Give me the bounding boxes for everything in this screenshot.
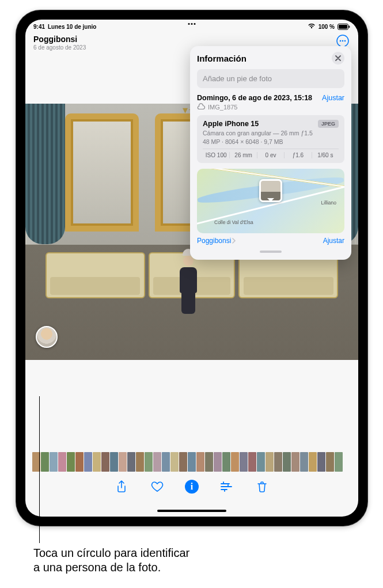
exif-focal: 26 mm — [230, 152, 257, 158]
filmstrip-thumb[interactable] — [145, 452, 153, 472]
filmstrip-thumb[interactable] — [179, 452, 187, 472]
popover-title: Información — [197, 54, 247, 63]
callout-leader-line — [39, 396, 40, 543]
filename: IMG_1875 — [208, 104, 237, 111]
caption-input[interactable]: Añade un pie de foto — [197, 69, 344, 88]
wifi-icon — [308, 23, 316, 30]
filmstrip-thumb[interactable] — [205, 452, 213, 472]
filmstrip-thumb[interactable] — [231, 452, 239, 472]
filmstrip-thumb[interactable] — [335, 452, 343, 472]
filmstrip-thumb[interactable] — [196, 452, 204, 472]
filmstrip[interactable] — [25, 452, 358, 472]
status-right: 100 % — [308, 23, 350, 30]
filmstrip-thumb[interactable] — [136, 452, 144, 472]
share-button[interactable] — [113, 479, 130, 495]
info-button[interactable]: i — [185, 480, 199, 494]
filmstrip-thumb[interactable] — [162, 452, 170, 472]
filmstrip-thumb[interactable] — [93, 452, 101, 472]
filmstrip-thumb[interactable] — [188, 452, 196, 472]
location-title: Poggibonsi — [33, 35, 350, 44]
status-ellipsis-icon — [188, 23, 196, 25]
map-photo-pin[interactable] — [259, 179, 282, 202]
delete-button[interactable] — [254, 479, 270, 495]
filmstrip-thumb[interactable] — [222, 452, 230, 472]
lens-info: Cámara con gran angular — 26 mm ƒ1.5 — [203, 130, 339, 136]
filmstrip-thumb[interactable] — [110, 452, 118, 472]
filmstrip-thumb[interactable] — [50, 452, 58, 472]
filmstrip-thumb[interactable] — [326, 452, 334, 472]
filmstrip-thumb[interactable] — [248, 452, 256, 472]
favorite-button[interactable] — [149, 479, 165, 495]
close-button[interactable] — [332, 52, 344, 65]
popover-grabber[interactable] — [260, 251, 282, 253]
filmstrip-thumb[interactable] — [274, 452, 282, 472]
svg-rect-2 — [349, 25, 350, 28]
exif-row: ISO 100 26 mm 0 ev ƒ1.6 1/60 s — [203, 149, 339, 158]
filmstrip-thumb[interactable] — [127, 452, 135, 472]
metadata-card: Apple iPhone 15 JPEG Cámara con gran ang… — [197, 115, 344, 163]
ipad-frame: 9:41 Lunes 10 de junio 100 % Poggibonsi … — [16, 10, 367, 526]
map-label-city1: Colle di Val d'Elsa — [214, 219, 253, 225]
status-date: Lunes 10 de junio — [48, 24, 96, 30]
adjust-location-button[interactable]: Ajustar — [323, 237, 344, 245]
status-time: 9:41 — [33, 24, 45, 30]
filmstrip-thumb[interactable] — [58, 452, 66, 472]
status-left: 9:41 Lunes 10 de junio — [33, 24, 96, 30]
exif-aperture: ƒ1.6 — [285, 152, 312, 158]
info-popover: Información Añade un pie de foto Domingo… — [190, 46, 351, 260]
filmstrip-thumb[interactable] — [170, 452, 179, 472]
filmstrip-thumb[interactable] — [75, 452, 84, 472]
device-name: Apple iPhone 15 — [203, 120, 259, 128]
exif-shutter: 1/60 s — [312, 152, 339, 158]
adjust-datetime-button[interactable]: Ajustar — [322, 94, 344, 102]
filmstrip-thumb[interactable] — [84, 452, 92, 472]
svg-point-4 — [340, 40, 342, 42]
status-bar: 9:41 Lunes 10 de junio 100 % — [25, 20, 358, 31]
edit-button[interactable] — [218, 479, 234, 495]
filmstrip-thumb[interactable] — [240, 452, 248, 472]
format-badge: JPEG — [318, 120, 339, 128]
face-identify-circle[interactable] — [36, 326, 58, 348]
filmstrip-thumb[interactable] — [101, 452, 109, 472]
battery-icon — [338, 24, 350, 30]
location-link[interactable]: Poggibonsi — [197, 237, 236, 245]
cloud-icon — [197, 103, 205, 111]
filmstrip-thumb[interactable] — [309, 452, 317, 472]
filmstrip-thumb[interactable] — [300, 452, 308, 472]
filmstrip-thumb[interactable] — [214, 452, 222, 472]
filmstrip-thumb[interactable] — [266, 452, 274, 472]
filmstrip-thumb[interactable] — [291, 452, 299, 472]
svg-point-6 — [344, 40, 346, 42]
map-label-city2: Lilliano — [321, 200, 336, 206]
filmstrip-thumb[interactable] — [317, 452, 325, 472]
location-map[interactable]: Colle di Val d'Elsa Lilliano — [197, 169, 344, 233]
callout-caption: Toca un círculo para identificar a una p… — [33, 546, 189, 575]
filmstrip-thumb[interactable] — [67, 452, 75, 472]
home-indicator[interactable] — [157, 510, 226, 512]
battery-percent: 100 % — [318, 24, 335, 30]
bottom-toolbar: i — [25, 475, 358, 498]
exif-iso: ISO 100 — [203, 152, 230, 158]
filmstrip-thumb[interactable] — [283, 452, 291, 472]
svg-point-5 — [342, 40, 344, 42]
exif-ev: 0 ev — [257, 152, 285, 158]
filmstrip-thumb[interactable] — [257, 452, 265, 472]
filmstrip-thumb[interactable] — [41, 452, 49, 472]
photo-datetime: Domingo, 6 de ago de 2023, 15:18 — [197, 94, 312, 102]
filmstrip-thumb[interactable] — [119, 452, 127, 472]
svg-rect-1 — [339, 25, 347, 29]
ipad-screen: 9:41 Lunes 10 de junio 100 % Poggibonsi … — [25, 20, 358, 517]
specs-info: 48 MP · 8064 × 6048 · 9,7 MB — [203, 138, 339, 145]
filmstrip-thumb[interactable] — [153, 452, 161, 472]
